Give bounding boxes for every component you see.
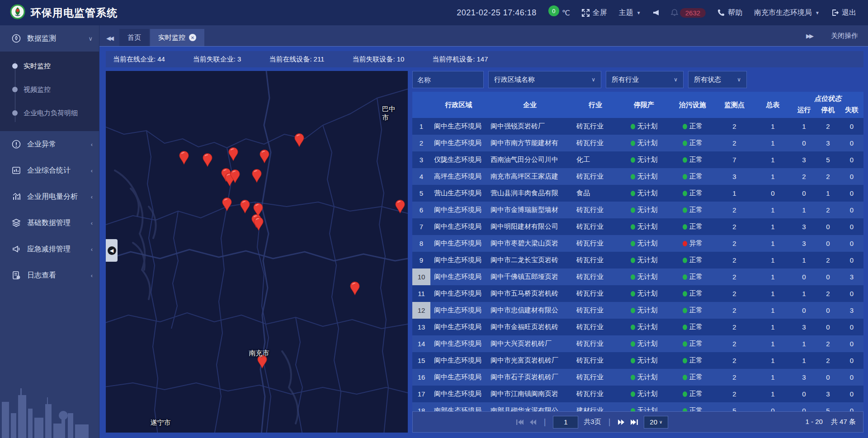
table-row[interactable]: 5营山生态环境局营山县润丰肉食品有限食品无计划正常10010: [412, 185, 863, 202]
cell-total-meters: 0: [754, 402, 792, 411]
table-row[interactable]: 17阆中生态环境局阆中市江南镇阆南页岩砖瓦行业无计划正常21030: [412, 386, 863, 402]
cell-region: 阆中生态环境局: [430, 319, 487, 335]
prev-page-button[interactable]: [529, 419, 537, 425]
page-number-input[interactable]: 1: [553, 416, 578, 429]
sidebar-item-4[interactable]: 基础数据管理‹: [0, 210, 99, 236]
cell-region: 阆中生态环境局: [430, 135, 487, 151]
cell-production-status: 无计划: [618, 185, 670, 202]
table-row[interactable]: 12阆中生态环境局阆中市忠信建材有限公砖瓦行业无计划正常21003: [412, 302, 863, 319]
table-row[interactable]: 7阆中生态环境局阆中明阳建材有限公司砖瓦行业无计划正常21300: [412, 218, 863, 235]
status-dot-icon: [631, 241, 635, 246]
stats-bar: 当前在线企业:44当前失联企业:3当前在线设备:211当前失联设备:10当前停机…: [106, 51, 863, 67]
cell-stopped: 0: [816, 235, 840, 252]
cell-production-status: 无计划: [618, 252, 670, 268]
cell-company: 阆中市石子页岩机砖厂: [487, 369, 573, 386]
cell-facility-status: 正常: [670, 118, 715, 135]
table-row[interactable]: 10阆中生态环境局阆中千佛镇五郎垭页岩砖瓦行业无计划正常21003: [412, 268, 863, 285]
map-marker-icon[interactable]: [251, 169, 262, 184]
map-marker-icon[interactable]: [202, 153, 213, 168]
theme-label: 主题: [619, 8, 633, 18]
sidebar-subitem[interactable]: 实时监控: [0, 54, 99, 78]
tabs-scroll-right-button[interactable]: ▶▶: [799, 28, 819, 44]
top-bar: 环保用电监管系统 2021-02-25 17:46:18 0 ℃ 全屏 主题 ▼: [0, 0, 868, 25]
map-marker-icon[interactable]: [222, 198, 232, 212]
sidebar-item-2[interactable]: 企业综合统计‹: [0, 157, 99, 184]
cell-index: 4: [412, 168, 430, 185]
col-行政区域: 行政区域: [430, 92, 487, 118]
notifications[interactable]: 2632: [671, 8, 706, 18]
logout-button[interactable]: 退出: [831, 8, 856, 18]
sidebar-item-0[interactable]: 数据监测∨: [0, 25, 99, 52]
fullscreen-button[interactable]: 全屏: [582, 8, 607, 18]
tab-首页[interactable]: 首页: [119, 29, 149, 46]
map-marker-icon[interactable]: [240, 200, 250, 214]
theme-dropdown[interactable]: 主题 ▼: [619, 8, 641, 18]
stat-当前在线设备: 当前在线设备:211: [269, 55, 324, 64]
table-row[interactable]: 11阆中生态环境局阆中市五马桥页岩机砖砖瓦行业无计划正常21120: [412, 285, 863, 302]
table-row[interactable]: 4高坪生态环境局南充市高坪区王家店建砖瓦行业无计划正常31220: [412, 168, 863, 185]
sidebar-item-3[interactable]: 企业用电量分析‹: [0, 184, 99, 210]
map-marker-icon[interactable]: [228, 147, 239, 162]
sidebar-item-5[interactable]: 应急减排管理‹: [0, 236, 99, 262]
cell-monitor-points: 2: [715, 252, 754, 268]
map-marker-icon[interactable]: [179, 151, 189, 165]
sidebar-item-label: 企业异常: [27, 140, 56, 149]
cell-production-status: 无计划: [618, 135, 670, 151]
cell-industry: 砖瓦行业: [573, 319, 618, 335]
cell-company: 阆中市光富页岩机砖厂: [487, 352, 573, 369]
col-停机: 停机: [816, 106, 840, 114]
cell-region: 阆中生态环境局: [430, 335, 487, 352]
company-stats-icon: [12, 166, 21, 175]
map-marker-icon[interactable]: [259, 150, 270, 164]
mute-button[interactable]: [653, 9, 659, 16]
map-marker-icon[interactable]: [230, 170, 241, 184]
industry-filter-select[interactable]: 所有行业 ∨: [606, 71, 684, 88]
map-marker-icon[interactable]: [349, 282, 360, 296]
table-row[interactable]: 15阆中生态环境局阆中市光富页岩机砖厂砖瓦行业无计划正常21120: [412, 352, 863, 369]
name-filter-input[interactable]: [412, 71, 484, 88]
page-size-select[interactable]: 20 ∨: [644, 416, 668, 429]
help-button[interactable]: 帮助: [717, 8, 742, 18]
map-collapse-button[interactable]: ◀: [106, 239, 118, 262]
sidebar-submenu: 实时监控视频监控企业电力负荷明细: [0, 52, 99, 131]
table-row[interactable]: 2阆中生态环境局阆中市南方节能建材有砖瓦行业无计划正常21030: [412, 135, 863, 151]
map-marker-icon[interactable]: [395, 200, 406, 214]
map-marker-icon[interactable]: [257, 355, 268, 369]
sidebar-subitem[interactable]: 企业电力负荷明细: [0, 101, 99, 125]
cell-index: 10: [412, 268, 430, 285]
map-marker-icon[interactable]: [294, 133, 305, 148]
cell-region: 阆中生态环境局: [430, 235, 487, 252]
cell-running: 0: [792, 185, 816, 202]
table-row[interactable]: 9阆中生态环境局阆中市二龙长宝页岩砖砖瓦行业无计划正常21120: [412, 252, 863, 268]
range-label: 1 - 20: [806, 418, 823, 426]
table-row[interactable]: 14阆中生态环境局阆中大兴页岩机砖厂砖瓦行业无计划正常21120: [412, 335, 863, 352]
enterprise-table-panel: 行政区域名称 ∨ 所有行业 ∨ 所有状态 ∨ 行政区域企业行业停限产治污设施监测…: [412, 71, 863, 433]
sidebar-item-1[interactable]: 企业异常‹: [0, 131, 99, 157]
next-page-button[interactable]: [618, 419, 625, 425]
table-row[interactable]: 18南部生态环境局南部县砌华水泥有限公建材行业无计划正常50050: [412, 402, 863, 411]
map-marker-icon[interactable]: [253, 217, 264, 231]
region-filter-select[interactable]: 行政区域名称 ∨: [488, 71, 601, 88]
table-row[interactable]: 8阆中生态环境局阆中市枣碧大梁山页岩砖瓦行业无计划异常21300: [412, 235, 863, 252]
close-operations-button[interactable]: 关闭操作: [831, 32, 858, 40]
last-page-button[interactable]: [630, 419, 638, 425]
table-row[interactable]: 3仪陇生态环境局西南油气田分公司川中化工无计划正常71350: [412, 151, 863, 168]
first-page-button[interactable]: [516, 419, 524, 425]
org-dropdown[interactable]: 南充市生态环境局 ▼: [754, 8, 820, 18]
chevron-down-icon: ▼: [815, 10, 820, 15]
table-row[interactable]: 13阆中生态环境局阆中市金福旺页岩机砖砖瓦行业无计划正常21300: [412, 319, 863, 335]
tab-实时监控[interactable]: 实时监控✕: [150, 29, 204, 46]
cell-total-meters: 1: [754, 285, 792, 302]
table-row[interactable]: 16阆中生态环境局阆中市石子页岩机砖厂砖瓦行业无计划正常21300: [412, 369, 863, 386]
tab-close-icon[interactable]: ✕: [189, 34, 196, 41]
table-row[interactable]: 1阆中生态环境局阆中强锐页岩砖厂砖瓦行业无计划正常21120: [412, 118, 863, 135]
table-row[interactable]: 6阆中生态环境局阆中市金博瑞新型墙材砖瓦行业无计划正常21120: [412, 202, 863, 218]
sidebar-subitem[interactable]: 视频监控: [0, 78, 99, 101]
sidebar-item-6[interactable]: 日志查看‹: [0, 262, 99, 288]
stat-当前失联设备: 当前失联设备:10: [352, 55, 404, 64]
cell-index: 6: [412, 202, 430, 218]
status-filter-select[interactable]: 所有状态 ∨: [688, 71, 747, 88]
tabs-scroll-left-button[interactable]: ◀◀: [99, 30, 119, 46]
map-panel[interactable]: 巴中市南充市遂宁市 ◀: [106, 71, 408, 433]
status-dot-icon: [631, 174, 635, 179]
